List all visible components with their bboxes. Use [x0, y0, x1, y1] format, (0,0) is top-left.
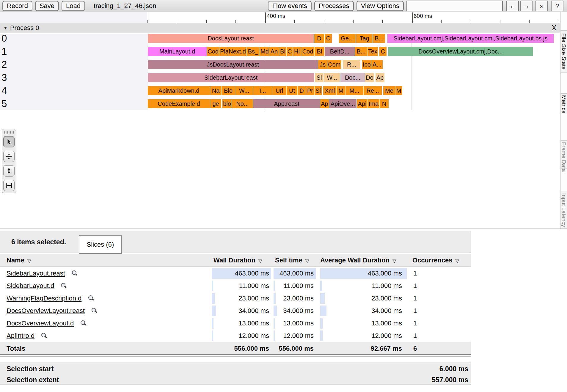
flame-slice[interactable]: B...	[373, 34, 385, 43]
flame-slice[interactable]: D	[314, 34, 324, 43]
record-button[interactable]: Record	[2, 1, 32, 11]
column-header-self-time[interactable]: Self time▽	[275, 256, 309, 264]
flame-slice[interactable]: M	[395, 86, 402, 95]
flame-slice[interactable]: ApiMarkdown.d	[148, 86, 210, 95]
flame-slice[interactable]: Bs_	[246, 47, 260, 56]
flame-slice[interactable]: Ap	[376, 73, 384, 82]
search-input[interactable]	[406, 1, 503, 11]
view-options-button[interactable]: View Options	[356, 1, 404, 11]
timing-tool-button[interactable]	[3, 180, 15, 191]
flame-slice[interactable]: Na	[210, 86, 221, 95]
flame-slice[interactable]: App.reast	[253, 99, 320, 108]
magnifier-icon[interactable]	[88, 295, 94, 301]
help-button[interactable]: ?	[551, 1, 563, 11]
column-header-average-wall-duration[interactable]: Average Wall Duration▽	[320, 256, 396, 264]
flame-slice[interactable]: N	[380, 99, 389, 108]
processes-button[interactable]: Processes	[314, 1, 354, 11]
flame-slice[interactable]: Url	[272, 86, 286, 95]
flame-slice[interactable]: A...	[371, 60, 383, 69]
flame-slice[interactable]: D	[298, 86, 306, 95]
flame-slice[interactable]: ge	[210, 99, 221, 108]
flame-slice[interactable]: SidebarLayout.reast	[148, 73, 314, 82]
flame-slice[interactable]: Next.d	[228, 47, 246, 56]
save-button[interactable]: Save	[35, 1, 59, 11]
find-previous-button[interactable]: ←	[506, 1, 519, 11]
flame-slice[interactable]: W...	[324, 73, 340, 82]
flame-slice[interactable]: Com	[327, 60, 341, 69]
flame-slice[interactable]: Ap	[320, 99, 329, 108]
magnifier-icon[interactable]	[91, 308, 97, 314]
flame-slice[interactable]: SidebarLayout.cmj,SidebarLayout.cmi,Side…	[387, 34, 554, 43]
find-next-button[interactable]: →	[520, 1, 533, 11]
flame-slice[interactable]: Si	[315, 73, 323, 82]
flame-slice[interactable]: DocsLayout.reast	[148, 34, 314, 43]
palette-grip-handle[interactable]	[4, 131, 14, 134]
side-tab-file-size-stats[interactable]: File Size Stats	[561, 30, 567, 73]
flame-slice[interactable]: BeltD...	[325, 47, 355, 56]
flame-slice[interactable]: CodeExample.d	[148, 99, 210, 108]
flame-slice[interactable]: blo	[222, 99, 232, 108]
flame-slice[interactable]: C	[287, 47, 293, 56]
flame-slice[interactable]: An	[269, 47, 279, 56]
magnifier-icon[interactable]	[61, 283, 67, 289]
magnifier-icon[interactable]	[80, 320, 86, 326]
flame-slice[interactable]: I...	[253, 86, 272, 95]
flame-slice[interactable]: ApiOve...	[329, 99, 356, 108]
column-header-occurrences[interactable]: Occurrences▽	[412, 256, 459, 264]
flame-slice[interactable]: Blo	[222, 86, 235, 95]
flame-slice[interactable]: Si	[315, 86, 322, 95]
side-tab-input-latency[interactable]: Input Latency	[561, 191, 567, 229]
side-tab-metrics[interactable]: Metrics	[561, 93, 567, 114]
collapse-triangle-icon[interactable]: ▼	[4, 26, 7, 30]
flame-slice[interactable]: C	[325, 34, 332, 43]
flame-slice[interactable]: Cod	[301, 47, 314, 56]
flame-slice[interactable]: Pr	[306, 86, 314, 95]
magnifier-icon[interactable]	[41, 333, 47, 339]
slice-name-link[interactable]: WarningFlagDescription.d	[7, 295, 94, 302]
flame-slice[interactable]: Xml	[323, 86, 336, 95]
flame-slice[interactable]: W...	[235, 86, 253, 95]
flame-slice[interactable]: Cod	[207, 47, 219, 56]
flame-slice[interactable]: R...	[343, 60, 360, 69]
flame-slice[interactable]: Ico	[362, 60, 371, 69]
flame-slice[interactable]: C	[379, 47, 387, 56]
load-button[interactable]: Load	[62, 1, 85, 11]
side-tab-frame-data[interactable]: Frame Data	[561, 140, 567, 169]
flame-slice[interactable]: Do	[365, 73, 374, 82]
column-header-name[interactable]: Name▽	[7, 256, 31, 264]
slice-name-link[interactable]: SidebarLayout.d	[7, 282, 67, 290]
flame-slice[interactable]: Md	[260, 47, 269, 56]
selection-tool-button[interactable]	[3, 136, 15, 147]
flame-slice[interactable]: No...	[232, 99, 253, 108]
tab-slices[interactable]: Slices (6)	[79, 235, 122, 254]
flame-slice[interactable]: Ima	[368, 99, 379, 108]
flame-slice[interactable]: Api	[357, 99, 367, 108]
flame-slice[interactable]: Doc...	[340, 73, 365, 82]
slice-name-link[interactable]: DocsOverviewLayout.reast	[7, 307, 97, 315]
flame-slice[interactable]: Js	[318, 60, 327, 69]
flame-slice[interactable]: Me	[383, 86, 395, 95]
flame-slice[interactable]: Bl	[279, 47, 286, 56]
slice-name-link[interactable]: ApiIntro.d	[7, 332, 47, 340]
flame-slice[interactable]: Ut	[287, 86, 297, 95]
slice-name-link[interactable]: DocsOverviewLayout.d	[7, 319, 86, 327]
flame-slice[interactable]: B...	[355, 47, 367, 56]
column-header-wall-duration[interactable]: Wall Duration▽	[213, 256, 262, 264]
flame-slice[interactable]: DocsOverviewLayout.cmj,Doc...	[388, 47, 533, 56]
flame-slice[interactable]: JsDocsLayout.reast	[148, 60, 318, 69]
slice-name-link[interactable]: SidebarLayout.reast	[7, 270, 78, 277]
flame-slice[interactable]: Re...	[364, 86, 382, 95]
flame-slice[interactable]: MainLayout.d	[148, 47, 207, 56]
magnifier-icon[interactable]	[72, 270, 78, 276]
pan-tool-button[interactable]	[3, 151, 15, 162]
flame-slice[interactable]: Pla	[219, 47, 228, 56]
zoom-tool-button[interactable]	[3, 165, 15, 177]
flame-slice[interactable]: Hi	[293, 47, 301, 56]
flame-slice[interactable]: Bl	[315, 47, 324, 56]
flame-slice[interactable]: M...	[345, 86, 363, 95]
process-close-button[interactable]: X	[550, 24, 558, 32]
flame-slice[interactable]: Tex	[367, 47, 378, 56]
flame-slice[interactable]: M	[337, 86, 345, 95]
flame-slice[interactable]: Tag	[356, 34, 373, 43]
flame-slice[interactable]: Ge...	[339, 34, 356, 43]
